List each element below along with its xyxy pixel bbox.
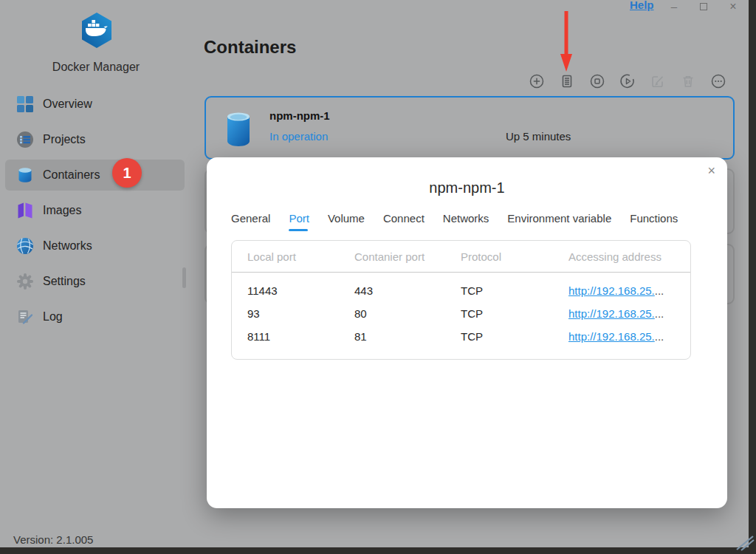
sidebar-item-networks[interactable]: Networks <box>0 228 192 264</box>
trash-icon[interactable] <box>680 73 696 89</box>
tab-functions[interactable]: Functions <box>630 212 678 231</box>
add-circle-icon[interactable] <box>529 73 545 89</box>
maximize-button[interactable] <box>695 0 712 15</box>
container-port-cell: 81 <box>354 330 461 343</box>
container-name: npm-npm-1 <box>269 109 330 122</box>
tab-networks[interactable]: Networks <box>443 212 489 231</box>
address-ellipsis: ... <box>655 330 664 343</box>
port-table-header: Local port Contanier port Protocol Acces… <box>232 241 690 273</box>
close-button[interactable]: × <box>724 0 742 15</box>
app-name: Docker Manager <box>0 61 192 74</box>
sidebar-item-images[interactable]: Images <box>0 193 192 228</box>
container-port-cell: 443 <box>354 284 461 297</box>
grid-icon <box>16 95 34 113</box>
container-port-cell: 80 <box>354 307 461 320</box>
annotation-arrow <box>559 10 574 73</box>
address-cell: http://192.168.25.... <box>568 330 690 343</box>
sidebar-item-label: Containers <box>43 168 100 182</box>
globe-icon <box>16 237 34 255</box>
container-status: In operation <box>269 130 328 143</box>
port-table: Local port Contanier port Protocol Acces… <box>231 240 691 360</box>
sidebar-item-label: Overview <box>43 98 92 111</box>
modal-tabs: General Port Volume Connect Networks Env… <box>231 212 678 231</box>
local-port-cell: 11443 <box>247 284 354 297</box>
list-circle-icon <box>16 131 34 148</box>
sidebar-item-log[interactable]: Log <box>0 299 192 335</box>
sidebar: Docker Manager Overview Project <box>0 0 192 547</box>
address-ellipsis: ... <box>655 284 664 297</box>
address-link[interactable]: http://192.168.25. <box>568 330 655 343</box>
address-link[interactable]: http://192.168.25. <box>568 284 655 297</box>
tab-connect[interactable]: Connect <box>383 212 425 231</box>
sidebar-nav: Overview Projects <box>0 86 192 335</box>
app-window: Help – × Docker Manager <box>0 0 749 547</box>
restart-circle-icon[interactable] <box>619 73 636 89</box>
sidebar-item-projects[interactable]: Projects <box>0 122 192 157</box>
version-label: Version: 2.1.005 <box>13 533 93 546</box>
container-uptime: Up 5 minutes <box>506 130 571 143</box>
annotation-badge: 1 <box>112 158 142 188</box>
table-row: 8111 81 TCP http://192.168.25.... <box>232 325 690 348</box>
sidebar-item-label: Projects <box>43 133 86 146</box>
address-cell: http://192.168.25.... <box>568 284 690 297</box>
tab-volume[interactable]: Volume <box>328 212 365 231</box>
details-document-icon[interactable] <box>559 73 575 89</box>
gear-icon <box>16 273 34 290</box>
page-title: Containers <box>204 37 296 58</box>
tab-port[interactable]: Port <box>289 212 309 231</box>
local-port-cell: 93 <box>247 307 354 320</box>
sidebar-item-label: Settings <box>43 275 86 288</box>
modal-close-icon[interactable]: × <box>707 163 715 178</box>
sidebar-item-label: Networks <box>43 239 92 253</box>
protocol-cell: TCP <box>461 330 568 343</box>
container-details-modal: × npm-npm-1 General Port Volume Connect … <box>207 157 727 508</box>
column-header: Protocol <box>461 250 568 263</box>
log-pencil-icon <box>16 308 34 326</box>
window-edge <box>0 547 756 554</box>
sidebar-item-label: Images <box>43 204 81 217</box>
help-link[interactable]: Help <box>630 0 654 11</box>
stop-circle-icon[interactable] <box>589 73 605 89</box>
table-row: 11443 443 TCP http://192.168.25.... <box>232 279 690 302</box>
local-port-cell: 8111 <box>247 330 354 343</box>
sidebar-item-label: Log <box>43 310 63 324</box>
address-cell: http://192.168.25.... <box>568 307 690 320</box>
port-table-body: 11443 443 TCP http://192.168.25.... 93 8… <box>232 273 690 348</box>
more-circle-icon[interactable] <box>710 73 726 89</box>
column-header: Local port <box>247 250 354 263</box>
column-header: Accessing address <box>568 250 690 263</box>
window-edge <box>749 0 756 554</box>
tab-environment-variable[interactable]: Environment variable <box>507 212 611 231</box>
sidebar-item-overview[interactable]: Overview <box>0 86 192 122</box>
docker-logo-icon <box>80 12 114 49</box>
maximize-icon <box>700 3 707 10</box>
sidebar-item-containers[interactable]: Containers 1 <box>0 157 192 193</box>
edit-icon[interactable] <box>650 73 666 89</box>
book-icon <box>16 202 34 219</box>
cylinder-icon <box>16 166 34 184</box>
protocol-cell: TCP <box>461 284 568 297</box>
table-row: 93 80 TCP http://192.168.25.... <box>232 302 690 325</box>
container-toolbar <box>529 73 726 89</box>
container-card[interactable]: npm-npm-1 In operation Up 5 minutes <box>205 96 735 160</box>
protocol-cell: TCP <box>461 307 568 320</box>
address-ellipsis: ... <box>655 307 664 320</box>
container-cylinder-icon <box>225 112 252 147</box>
minimize-button[interactable]: – <box>665 0 683 15</box>
column-header: Contanier port <box>354 250 461 263</box>
address-link[interactable]: http://192.168.25. <box>568 307 655 320</box>
tab-general[interactable]: General <box>231 212 270 231</box>
resize-grip[interactable] <box>735 529 755 551</box>
modal-title: npm-npm-1 <box>207 179 727 196</box>
sidebar-item-settings[interactable]: Settings <box>0 264 192 299</box>
